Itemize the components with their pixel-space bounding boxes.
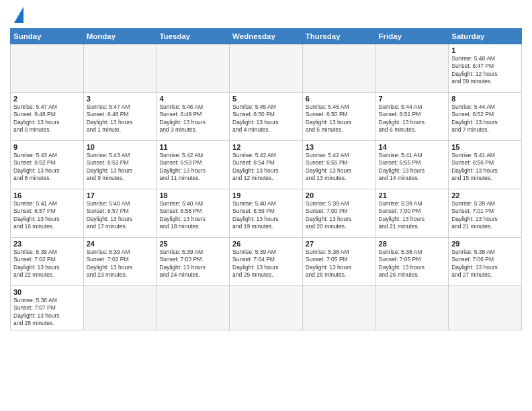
day-info: Sunrise: 5:43 AMSunset: 6:52 PMDaylight:…: [13, 152, 81, 183]
day-number: 12: [232, 143, 300, 151]
day-number: 17: [87, 191, 154, 199]
day-info: Sunrise: 5:42 AMSunset: 6:53 PMDaylight:…: [159, 152, 226, 183]
calendar-cell: 10Sunrise: 5:43 AMSunset: 6:53 PMDayligh…: [83, 141, 157, 189]
day-number: 8: [451, 95, 519, 103]
calendar-week-5: 30Sunrise: 5:38 AMSunset: 7:07 PMDayligh…: [11, 286, 522, 330]
calendar-week-4: 23Sunrise: 5:39 AMSunset: 7:02 PMDayligh…: [11, 238, 522, 286]
day-number: 27: [306, 240, 373, 248]
calendar-cell: 23Sunrise: 5:39 AMSunset: 7:02 PMDayligh…: [11, 238, 84, 286]
page: SundayMondayTuesdayWednesdayThursdayFrid…: [0, 0, 532, 337]
day-number: 23: [13, 240, 81, 248]
day-number: 9: [13, 143, 81, 151]
weekday-header-friday: Friday: [375, 29, 449, 44]
calendar-cell: 24Sunrise: 5:39 AMSunset: 7:02 PMDayligh…: [83, 238, 157, 286]
day-number: 2: [13, 95, 81, 103]
calendar-cell: 18Sunrise: 5:40 AMSunset: 6:58 PMDayligh…: [157, 189, 230, 238]
day-number: 11: [159, 143, 226, 151]
day-info: Sunrise: 5:39 AMSunset: 7:00 PMDaylight:…: [379, 200, 446, 231]
day-info: Sunrise: 5:40 AMSunset: 6:58 PMDaylight:…: [159, 200, 226, 231]
day-number: 30: [13, 288, 81, 296]
day-number: 6: [306, 95, 373, 103]
calendar-cell: 14Sunrise: 5:41 AMSunset: 6:55 PMDayligh…: [375, 141, 449, 189]
calendar-cell: 11Sunrise: 5:42 AMSunset: 6:53 PMDayligh…: [157, 141, 230, 189]
calendar-week-0: 1Sunrise: 5:48 AMSunset: 6:47 PMDaylight…: [11, 44, 522, 93]
day-info: Sunrise: 5:38 AMSunset: 7:05 PMDaylight:…: [379, 248, 446, 279]
calendar-cell: [375, 44, 449, 93]
day-number: 24: [87, 240, 154, 248]
calendar-cell: [11, 44, 84, 93]
calendar-cell: 1Sunrise: 5:48 AMSunset: 6:47 PMDaylight…: [449, 44, 522, 93]
day-number: 14: [379, 143, 446, 151]
day-number: 7: [379, 95, 446, 103]
day-number: 16: [13, 191, 81, 199]
calendar-cell: 7Sunrise: 5:44 AMSunset: 6:51 PMDaylight…: [375, 93, 449, 141]
day-info: Sunrise: 5:39 AMSunset: 7:02 PMDaylight:…: [13, 248, 81, 279]
calendar-cell: 17Sunrise: 5:40 AMSunset: 6:57 PMDayligh…: [83, 189, 157, 238]
day-number: 25: [159, 240, 226, 248]
day-number: 22: [451, 191, 519, 199]
day-number: 21: [379, 191, 446, 199]
calendar-cell: [375, 286, 449, 330]
calendar-week-2: 9Sunrise: 5:43 AMSunset: 6:52 PMDaylight…: [11, 141, 522, 189]
calendar: SundayMondayTuesdayWednesdayThursdayFrid…: [10, 28, 522, 330]
day-info: Sunrise: 5:41 AMSunset: 6:55 PMDaylight:…: [379, 152, 446, 183]
calendar-cell: 29Sunrise: 5:38 AMSunset: 7:06 PMDayligh…: [449, 238, 522, 286]
day-number: 19: [232, 191, 300, 199]
day-info: Sunrise: 5:39 AMSunset: 7:01 PMDaylight:…: [451, 200, 519, 231]
day-number: 15: [451, 143, 519, 151]
calendar-cell: [302, 286, 375, 330]
day-info: Sunrise: 5:40 AMSunset: 6:59 PMDaylight:…: [232, 200, 300, 231]
calendar-week-1: 2Sunrise: 5:47 AMSunset: 6:48 PMDaylight…: [11, 93, 522, 141]
calendar-cell: 2Sunrise: 5:47 AMSunset: 6:48 PMDaylight…: [11, 93, 84, 141]
day-info: Sunrise: 5:38 AMSunset: 7:06 PMDaylight:…: [451, 248, 519, 279]
calendar-cell: 9Sunrise: 5:43 AMSunset: 6:52 PMDaylight…: [11, 141, 84, 189]
logo-triangle-icon: [14, 7, 24, 23]
calendar-cell: 27Sunrise: 5:38 AMSunset: 7:05 PMDayligh…: [302, 238, 375, 286]
calendar-cell: 26Sunrise: 5:39 AMSunset: 7:04 PMDayligh…: [230, 238, 303, 286]
day-number: 1: [451, 46, 519, 54]
day-info: Sunrise: 5:46 AMSunset: 6:49 PMDaylight:…: [159, 103, 226, 134]
day-number: 3: [87, 95, 154, 103]
calendar-cell: 5Sunrise: 5:45 AMSunset: 6:50 PMDaylight…: [230, 93, 303, 141]
calendar-cell: 16Sunrise: 5:41 AMSunset: 6:57 PMDayligh…: [11, 189, 84, 238]
calendar-cell: [157, 286, 230, 330]
calendar-cell: 30Sunrise: 5:38 AMSunset: 7:07 PMDayligh…: [11, 286, 84, 330]
calendar-cell: 12Sunrise: 5:42 AMSunset: 6:54 PMDayligh…: [230, 141, 303, 189]
calendar-cell: 3Sunrise: 5:47 AMSunset: 6:48 PMDaylight…: [83, 93, 157, 141]
day-info: Sunrise: 5:42 AMSunset: 6:55 PMDaylight:…: [306, 152, 373, 183]
day-info: Sunrise: 5:39 AMSunset: 7:02 PMDaylight:…: [87, 248, 154, 279]
day-number: 18: [159, 191, 226, 199]
calendar-cell: 22Sunrise: 5:39 AMSunset: 7:01 PMDayligh…: [449, 189, 522, 238]
calendar-cell: [449, 286, 522, 330]
day-info: Sunrise: 5:47 AMSunset: 6:48 PMDaylight:…: [13, 103, 81, 134]
weekday-header-thursday: Thursday: [302, 29, 375, 44]
calendar-cell: 13Sunrise: 5:42 AMSunset: 6:55 PMDayligh…: [302, 141, 375, 189]
day-number: 5: [232, 95, 300, 103]
calendar-cell: 20Sunrise: 5:39 AMSunset: 7:00 PMDayligh…: [302, 189, 375, 238]
day-number: 26: [232, 240, 300, 248]
day-info: Sunrise: 5:40 AMSunset: 6:57 PMDaylight:…: [87, 200, 154, 231]
day-info: Sunrise: 5:45 AMSunset: 6:50 PMDaylight:…: [306, 103, 373, 134]
weekday-header-monday: Monday: [83, 29, 157, 44]
weekday-header-tuesday: Tuesday: [157, 29, 230, 44]
day-info: Sunrise: 5:41 AMSunset: 6:57 PMDaylight:…: [13, 200, 81, 231]
weekday-header-saturday: Saturday: [449, 29, 522, 44]
day-info: Sunrise: 5:39 AMSunset: 7:04 PMDaylight:…: [232, 248, 300, 279]
weekday-header-wednesday: Wednesday: [230, 29, 303, 44]
day-info: Sunrise: 5:38 AMSunset: 7:05 PMDaylight:…: [306, 248, 373, 279]
calendar-cell: [83, 44, 157, 93]
calendar-cell: [230, 44, 303, 93]
day-info: Sunrise: 5:38 AMSunset: 7:07 PMDaylight:…: [13, 297, 81, 328]
calendar-cell: 28Sunrise: 5:38 AMSunset: 7:05 PMDayligh…: [375, 238, 449, 286]
calendar-cell: 15Sunrise: 5:41 AMSunset: 6:56 PMDayligh…: [449, 141, 522, 189]
day-info: Sunrise: 5:39 AMSunset: 7:00 PMDaylight:…: [306, 200, 373, 231]
calendar-cell: [157, 44, 230, 93]
calendar-cell: 4Sunrise: 5:46 AMSunset: 6:49 PMDaylight…: [157, 93, 230, 141]
day-number: 29: [451, 240, 519, 248]
calendar-week-3: 16Sunrise: 5:41 AMSunset: 6:57 PMDayligh…: [11, 189, 522, 238]
day-info: Sunrise: 5:39 AMSunset: 7:03 PMDaylight:…: [159, 248, 226, 279]
day-number: 4: [159, 95, 226, 103]
calendar-cell: 19Sunrise: 5:40 AMSunset: 6:59 PMDayligh…: [230, 189, 303, 238]
day-info: Sunrise: 5:42 AMSunset: 6:54 PMDaylight:…: [232, 152, 300, 183]
calendar-cell: 8Sunrise: 5:44 AMSunset: 6:52 PMDaylight…: [449, 93, 522, 141]
